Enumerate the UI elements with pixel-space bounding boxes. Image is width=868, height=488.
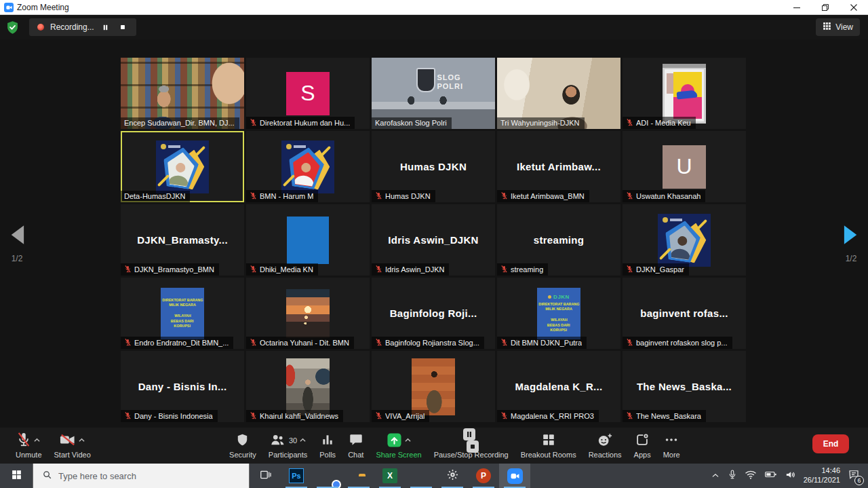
participant-display-name: Dany - Bisnis In... (138, 381, 227, 392)
tray-battery-button[interactable] (764, 470, 777, 482)
tray-time: 14:46 (821, 466, 840, 476)
tray-volume-button[interactable] (785, 470, 796, 483)
close-icon (850, 4, 857, 11)
participant-name-label: Idris Aswin_DJKN (372, 263, 449, 276)
chrome-app-button[interactable] (312, 464, 343, 488)
minimize-button[interactable] (783, 0, 811, 14)
tray-network-button[interactable] (745, 470, 757, 483)
participant-tile[interactable]: Encep Sudarwan_Dir. BMN, DJ... (121, 58, 244, 129)
toolbar-button-apps[interactable]: Apps (628, 432, 657, 459)
participant-tile[interactable]: Baginfolog Roji...Baginfolog Rojianstra … (372, 278, 495, 349)
participant-tile[interactable]: DJKNDIREKTORAT BARANGMILIK NEGARAWILAYAH… (497, 278, 620, 349)
participant-tile[interactable]: Dhiki_Media KN (246, 204, 370, 276)
powerpoint-app-button[interactable]: P (468, 464, 499, 488)
chevron-up-icon[interactable] (78, 436, 85, 445)
muted-mic-icon (250, 411, 257, 420)
chevron-up-icon[interactable] (404, 436, 412, 445)
toolbar-button-label: Security (229, 451, 256, 459)
excel-app-button[interactable]: X (374, 464, 406, 488)
shared-document-preview (663, 64, 706, 124)
participant-tile[interactable]: Khairul kahfi_Validnews (246, 351, 370, 422)
pause-recording-icon[interactable] (463, 428, 475, 440)
search-icon (42, 470, 52, 483)
muted-mic-icon (124, 411, 132, 420)
participant-tile[interactable]: Dany - Bisnis In...Dany - Bisnis Indones… (121, 351, 244, 422)
settings-app-button[interactable] (437, 464, 468, 488)
taskbar-clock[interactable]: 14:46 26/11/2021 (804, 466, 840, 485)
toolbar-button-participants[interactable]: 30Participants (262, 432, 313, 459)
close-button[interactable] (840, 0, 868, 14)
participant-name-label: streaming (497, 263, 548, 276)
previous-page-arrow[interactable] (9, 224, 25, 248)
participant-name-label: Endro Endratno_Dit BMN_... (121, 337, 233, 349)
battery-icon (764, 470, 777, 482)
chevron-up-icon[interactable] (33, 436, 41, 445)
stop-recording-button[interactable] (117, 22, 128, 33)
participant-tile[interactable]: ADI - Media Keu (623, 58, 746, 129)
toolbar-button-start-video[interactable]: Start Video (48, 432, 97, 459)
participant-tile[interactable]: SLOG POLRIKarofaskon Slog Polri (372, 58, 495, 129)
participant-tile[interactable]: Octarina Yuhani - Dit. BMN (246, 278, 370, 349)
toolbar-button-pause-stop-recording[interactable]: Pause/Stop Recording (428, 432, 515, 459)
participant-tile[interactable]: Deta-HumasDJKN (121, 131, 244, 202)
start-button[interactable] (0, 464, 33, 488)
participant-tile[interactable]: DJKN_Bramasty...DJKN_Bramastyo_BMN (121, 204, 244, 276)
participant-tile[interactable]: VIVA_Arrijal (372, 351, 495, 422)
djkn-logo-icon (286, 144, 292, 149)
tray-mic-button[interactable] (728, 469, 737, 483)
toolbar-button-polls[interactable]: Polls (313, 432, 342, 459)
toolbar-button-label: Participants (269, 451, 307, 459)
pause-recording-button[interactable] (100, 22, 111, 33)
participant-name-label: Baginfolog Rojianstra Slog... (372, 337, 484, 349)
participant-tile[interactable]: UUswatun Khasanah (623, 131, 746, 202)
chevron-up-icon (711, 470, 720, 482)
toolbar-button-reactions[interactable]: Reactions (583, 432, 628, 459)
participant-tile[interactable]: DIREKTORAT BARANGMILIK NEGARAWILAYAHBEBA… (121, 278, 244, 349)
participant-tile[interactable]: Tri Wahyuningsih-DJKN (497, 58, 620, 129)
tray-overflow-button[interactable] (711, 470, 720, 482)
toolbar-button-more[interactable]: More (657, 432, 686, 459)
participant-tile[interactable]: DJKN_Gaspar (623, 204, 746, 276)
muted-mic-icon (500, 191, 508, 200)
participant-tile[interactable]: The News_Baska...The News_Baskara (623, 351, 746, 422)
muted-mic-icon (124, 338, 132, 347)
participant-tile[interactable]: baginvent rofas...baginvent rofaskon slo… (623, 278, 746, 349)
more-icon (664, 432, 679, 449)
participant-name-label: Magdalena K_RRI PRO3 (497, 410, 599, 422)
photoshop-icon: Ps (289, 468, 304, 483)
file-explorer-button[interactable] (343, 464, 374, 488)
security-badge-icon[interactable] (5, 20, 20, 35)
muted-mic-icon (250, 338, 257, 347)
maximize-button[interactable] (811, 0, 840, 14)
breakout-rooms-icon (541, 432, 556, 449)
toolbar-button-share-screen[interactable]: Share Screen (370, 432, 427, 459)
participant-tile[interactable]: BMN - Harum M (246, 131, 370, 202)
participant-tile[interactable]: Humas DJKNHumas DJKN (372, 131, 495, 202)
sticky-notes-app-button[interactable] (406, 464, 437, 488)
participant-display-name: streaming (534, 234, 584, 246)
djkn-logo-icon (161, 144, 166, 149)
participant-tile[interactable]: streamingstreaming (497, 204, 620, 276)
taskbar-search[interactable] (33, 464, 250, 488)
task-view-button[interactable] (250, 464, 281, 488)
toolbar-button-security[interactable]: Security (223, 432, 262, 459)
chevron-up-icon[interactable] (299, 436, 307, 445)
notifications-button[interactable]: 6 (848, 468, 860, 483)
participant-display-name: The News_Baska... (637, 381, 732, 392)
participant-tile[interactable]: SDirektorat Hukum dan Hu... (246, 58, 370, 129)
next-page-arrow[interactable] (843, 224, 859, 248)
participant-tile[interactable]: Idris Aswin_DJKNIdris Aswin_DJKN (372, 204, 495, 276)
tray-date: 26/11/2021 (804, 476, 840, 485)
toolbar-button-unmute[interactable]: Unmute (9, 432, 48, 459)
participant-display-name: Magdalena K_R... (515, 381, 603, 392)
participant-letter-avatar: U (663, 145, 706, 189)
zoom-app-button[interactable] (499, 464, 530, 488)
end-meeting-button[interactable]: End (812, 434, 849, 453)
photoshop-app-button[interactable]: Ps (281, 464, 312, 488)
search-input[interactable] (58, 471, 228, 481)
participant-tile[interactable]: Magdalena K_R...Magdalena K_RRI PRO3 (497, 351, 620, 422)
toolbar-button-chat[interactable]: Chat (342, 432, 370, 459)
view-button[interactable]: View (816, 18, 860, 36)
participant-tile[interactable]: Iketut Arimbaw...Iketut Arimbawa_BMN (497, 131, 620, 202)
toolbar-button-breakout-rooms[interactable]: Breakout Rooms (515, 432, 583, 459)
